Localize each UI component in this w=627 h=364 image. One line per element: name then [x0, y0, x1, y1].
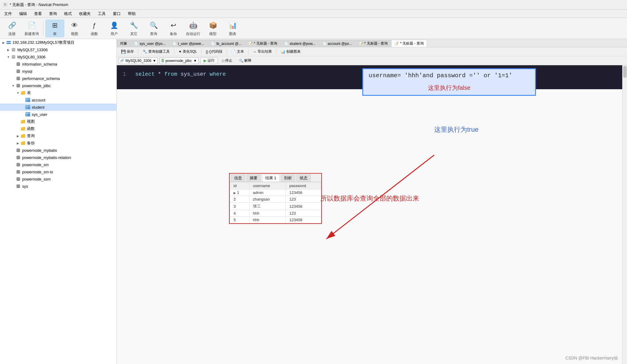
toolbar-btn-表[interactable]: ⊞表 — [45, 19, 64, 37]
tree-item-备份[interactable]: ▶备份 — [0, 139, 116, 147]
object-tab-*_无标题_-_查询[interactable]: 📝* 无标题 - 查询 — [391, 40, 427, 47]
db-selector[interactable]: 🔗MySQL80_3306▼ — [119, 57, 158, 64]
tree-item-sys_user[interactable]: sys_user — [0, 111, 116, 118]
tree-item-powernode_ssm[interactable]: powernode_ssm — [0, 175, 116, 183]
action-btn-导出结果[interactable]: →导出结果 — [250, 48, 274, 55]
toolbar-btn-自动运行[interactable]: 🤖自动运行 — [184, 19, 203, 37]
table-row[interactable]: 5hhh123456 — [230, 217, 321, 223]
tree-item-sys[interactable]: sys — [0, 183, 116, 190]
title-bar: N * 无标题 - 查询 - Navicat Premium — [0, 0, 627, 10]
tab-icon: 📝 — [249, 42, 253, 46]
tree-label-student: student — [32, 105, 45, 110]
object-tab-*_无标题_-_查询[interactable]: 📝* 无标题 - 查询 — [356, 40, 391, 47]
toolbar-btn-连接[interactable]: 🔗连接 — [2, 19, 22, 37]
object-tab-student_@pow...[interactable]: 📄student @pow... — [281, 40, 319, 47]
toolbar-btn-查询[interactable]: 🔍查询 — [144, 19, 163, 37]
toolbar-label-视图: 视图 — [71, 31, 78, 37]
toolbar-label-表: 表 — [53, 31, 57, 37]
run-button[interactable]: ▶运行 — [200, 57, 218, 64]
table-row[interactable]: 2zhangsan123 — [230, 196, 321, 203]
toolbar-btn-备份[interactable]: ↩备份 — [164, 19, 183, 37]
menu-item-格式[interactable]: 格式 — [61, 10, 75, 17]
menu-item-文件[interactable]: 文件 — [1, 10, 15, 17]
object-tab-tb_account_@...[interactable]: 📄tb_account @... — [208, 40, 245, 47]
object-tab-sys_user_@po...[interactable]: 📄sys_user @po... — [131, 40, 169, 47]
toolbar-icon-图表: 📊 — [227, 20, 238, 31]
tab-info[interactable]: 信息 — [231, 174, 245, 182]
toolbar-btn-图表[interactable]: 📊图表 — [223, 19, 242, 37]
tree-item-performance_schema[interactable]: performance_schema — [0, 75, 116, 82]
tab-summary[interactable]: 摘要 — [246, 174, 261, 182]
tree-item-函数[interactable]: 函数 — [0, 125, 116, 132]
tree-item-视图[interactable]: 视图 — [0, 118, 116, 125]
svg-point-37 — [16, 165, 20, 166]
action-btn-创建图表[interactable]: 📊创建图表 — [278, 48, 303, 55]
tree-item-powernode_mybatis-relation[interactable]: powernode_mybatis-relation — [0, 154, 116, 161]
menu-item-工具[interactable]: 工具 — [95, 10, 109, 17]
tree-icon-sys_user — [25, 112, 31, 117]
action-sep-0 — [138, 49, 138, 55]
tree-icon-192.168.232.128MySQL57教育项目 — [6, 40, 11, 45]
tab-result1[interactable]: 结果 1 — [262, 174, 280, 182]
action-btn-美化SQL[interactable]: ✦美化SQL — [176, 48, 199, 55]
tree-item-查询[interactable]: ▶查询 — [0, 132, 116, 139]
action-label-保存: 保存 — [127, 49, 134, 54]
tree-item-mysql[interactable]: mysql — [0, 68, 116, 75]
tree-item-account[interactable]: account — [0, 96, 116, 104]
table-row[interactable]: 3张三123456 — [230, 203, 321, 210]
tree-item-powernode_jdbc[interactable]: ▼powernode_jdbc — [0, 82, 116, 89]
toolbar-icon-查询: 🔍 — [148, 20, 159, 31]
menu-item-查询[interactable]: 查询 — [46, 10, 60, 17]
tree-label-powernode_mybatis-relation: powernode_mybatis-relation — [22, 155, 71, 160]
vertical-scrollbar[interactable] — [622, 65, 627, 364]
object-tab-*_无标题_-_查询[interactable]: 📝* 无标题 - 查询 — [245, 40, 281, 47]
tab-icon: 📄 — [172, 42, 177, 46]
scrollbar-thumb[interactable] — [623, 66, 627, 78]
tree-label-MySQL80_3306: MySQL80_3306 — [17, 55, 46, 59]
menu-item-收藏夹[interactable]: 收藏夹 — [76, 10, 94, 17]
sql-text-2: sys_user — [181, 71, 210, 77]
tree-item-information_schema[interactable]: information_schema — [0, 60, 116, 68]
results-table: id username password ▶ 1admin1234562zhan… — [230, 182, 321, 223]
object-tab-对象[interactable]: 对象 — [117, 40, 131, 47]
action-icon-文本: 📄 — [231, 49, 236, 54]
tree-label-查询: 查询 — [27, 133, 35, 139]
menu-item-窗口[interactable]: 窗口 — [110, 10, 124, 17]
schema-selector[interactable]: 🗄powernode_jdbc▼ — [160, 57, 199, 64]
object-tab-t_user_@powe...[interactable]: 📄t_user @powe... — [169, 40, 208, 47]
tree-icon-MySQL80_3306 — [11, 54, 16, 60]
toolbar-btn-模型[interactable]: 📦模型 — [203, 19, 222, 37]
tree-item-student[interactable]: student — [0, 104, 116, 111]
stop-button[interactable]: □停止 — [220, 57, 235, 64]
tree-item-表[interactable]: ▼表 — [0, 89, 116, 96]
toolbar-btn-用户[interactable]: 👤用户 — [104, 19, 124, 37]
tree-item-powernode_sm-tx[interactable]: powernode_sm-tx — [0, 168, 116, 175]
tree-label-powernode_sm-tx: powernode_sm-tx — [22, 170, 53, 174]
action-btn-保存[interactable]: 💾保存 — [119, 48, 136, 55]
cell-username: admin — [249, 189, 286, 196]
action-btn-查询创建工具[interactable]: 🔧查询创建工具 — [140, 48, 172, 55]
tab-analyze[interactable]: 剖析 — [281, 174, 295, 182]
editor-container: 1 select * from sys_user where username=… — [117, 65, 627, 364]
cell-id: ▶ 1 — [230, 189, 249, 196]
tree-item-powernode_mybatis[interactable]: powernode_mybatis — [0, 147, 116, 154]
action-btn-文本[interactable]: 📄文本 — [229, 48, 246, 55]
action-btn-()代码段[interactable]: ()()代码段 — [203, 48, 225, 55]
toolbar-label-其它: 其它 — [130, 31, 137, 37]
menu-item-帮助[interactable]: 帮助 — [125, 10, 139, 17]
object-tab-account_@po...[interactable]: 📄account @po... — [319, 40, 355, 47]
explain-button[interactable]: 🔍解释 — [237, 57, 254, 64]
menu-item-编辑[interactable]: 编辑 — [16, 10, 30, 17]
toolbar-btn-其它[interactable]: 🔧其它 — [124, 19, 143, 37]
tree-item-powernode_sm[interactable]: powernode_sm — [0, 161, 116, 168]
table-row[interactable]: 4hhh123 — [230, 210, 321, 217]
table-row[interactable]: ▶ 1admin123456 — [230, 189, 321, 196]
menu-item-查看[interactable]: 查看 — [31, 10, 45, 17]
toolbar-btn-视图[interactable]: 👁视图 — [65, 19, 84, 37]
toolbar-btn-新建查询[interactable]: 📄新建查询 — [22, 19, 41, 37]
toolbar-btn-函数[interactable]: ƒ函数 — [85, 19, 104, 37]
tree-item-MySQL57_13306[interactable]: ▶MySQL57_13306 — [0, 46, 116, 53]
tree-icon-performance_schema — [16, 76, 21, 81]
tree-item-192.168.232.128MySQL57教育项目[interactable]: ▶192.168.232.128MySQL57教育项目 — [0, 39, 116, 46]
tree-item-MySQL80_3306[interactable]: ▼MySQL80_3306 — [0, 53, 116, 60]
